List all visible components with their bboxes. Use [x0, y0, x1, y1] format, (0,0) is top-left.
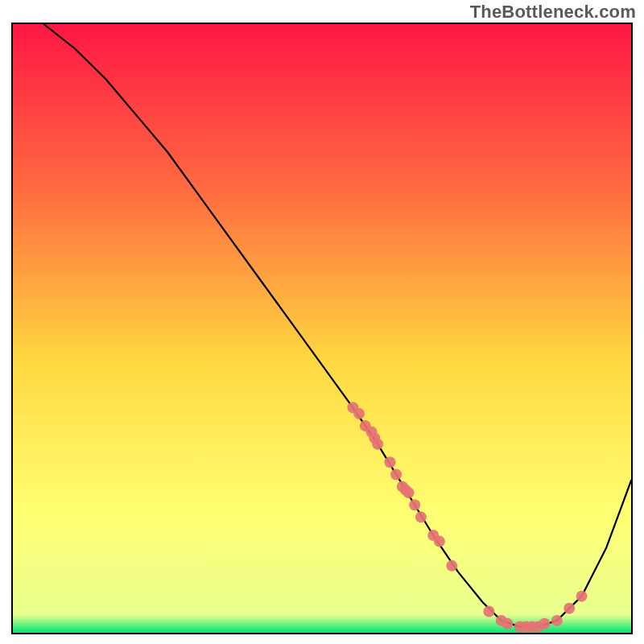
gradient-background: [13, 24, 631, 633]
scatter-point: [446, 560, 457, 572]
scatter-point: [372, 439, 383, 450]
scatter-point: [353, 408, 365, 419]
scatter-point: [403, 487, 415, 498]
scatter-point: [539, 618, 550, 630]
scatter-point: [390, 469, 402, 480]
scatter-point: [384, 456, 395, 468]
plot-svg: [13, 24, 631, 633]
plot-frame: [11, 23, 633, 634]
scatter-point: [551, 615, 563, 626]
watermark-text: TheBottleneck.com: [470, 2, 636, 23]
scatter-point: [483, 606, 494, 617]
chart-container: TheBottleneck.com: [0, 0, 644, 644]
scatter-point: [564, 603, 575, 614]
scatter-point: [502, 618, 513, 630]
scatter-point: [434, 536, 445, 547]
scatter-point: [576, 591, 588, 602]
scatter-point: [409, 499, 420, 510]
scatter-point: [415, 511, 427, 522]
